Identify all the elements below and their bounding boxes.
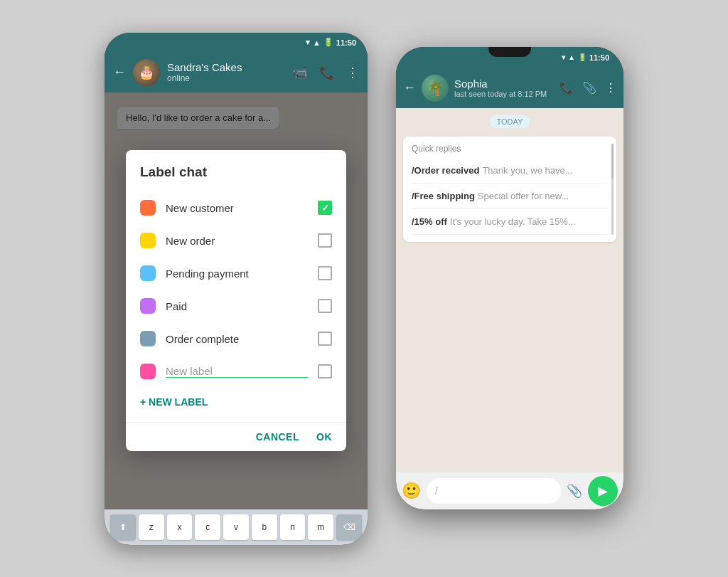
video-call-icon[interactable]: 📹 bbox=[292, 65, 308, 80]
send-icon: ▶ bbox=[598, 483, 608, 499]
reply-item-1[interactable]: /Free shipping Special offer for new... bbox=[412, 184, 608, 209]
signal-icon-right: ▲ bbox=[568, 53, 575, 61]
label-color-new-customer bbox=[140, 200, 156, 216]
label-item-paid[interactable]: Paid bbox=[126, 290, 346, 322]
new-label-input[interactable] bbox=[166, 365, 308, 378]
battery-icon: 🔋 bbox=[323, 38, 333, 47]
contact-status-left: online bbox=[167, 73, 285, 83]
back-arrow-icon[interactable]: ← bbox=[113, 65, 126, 80]
key-n[interactable]: n bbox=[280, 514, 306, 540]
chat-background-right: TODAY Quick replies /Order received Than… bbox=[396, 108, 623, 472]
notch bbox=[488, 47, 531, 57]
checkbox-pending-payment[interactable] bbox=[318, 266, 332, 280]
wifi-icon: ▾ bbox=[306, 38, 310, 47]
contact-avatar-right: 🌴 bbox=[422, 75, 449, 102]
label-color-new-order bbox=[140, 233, 156, 248]
checkbox-new-order[interactable] bbox=[318, 233, 332, 248]
label-name-new-order: New order bbox=[166, 235, 308, 247]
phone-icon-right[interactable]: 📞 bbox=[560, 81, 574, 95]
reply-preview-1: Special offer for new... bbox=[478, 191, 569, 201]
reply-item-2[interactable]: /15% off It's your lucky day. Take 15%..… bbox=[412, 209, 608, 235]
new-label-input-wrapper[interactable] bbox=[166, 365, 308, 378]
checkbox-new-customer[interactable] bbox=[318, 201, 332, 215]
label-name-pending-payment: Pending payment bbox=[166, 268, 308, 280]
reply-shortcut-0: /Order received bbox=[412, 165, 479, 176]
label-name-paid: Paid bbox=[166, 300, 308, 312]
scroll-indicator bbox=[611, 144, 614, 235]
chat-background-left: Hello, I'd like to order a cake for a...… bbox=[105, 92, 368, 509]
left-chat-header: ← 🎂 Sandra's Cakes online 📹 📞 ⋮ bbox=[105, 53, 368, 92]
key-v[interactable]: v bbox=[223, 514, 249, 540]
key-z[interactable]: z bbox=[139, 514, 164, 540]
today-label: TODAY bbox=[490, 115, 530, 128]
reply-shortcut-2: /15% off bbox=[412, 216, 447, 227]
wifi-icon-right: ▾ bbox=[562, 53, 565, 61]
slash-indicator: / bbox=[435, 485, 438, 497]
scroll-thumb bbox=[611, 144, 614, 179]
left-status-bar: ▾ ▲ 🔋 11:50 bbox=[105, 33, 368, 53]
contact-avatar-left: 🎂 bbox=[133, 59, 160, 86]
key-c[interactable]: c bbox=[195, 514, 220, 540]
header-icons-left: 📹 📞 ⋮ bbox=[292, 65, 359, 80]
key-icon-left[interactable]: ⬆ bbox=[110, 514, 136, 540]
label-chat-dialog: Label chat New customer New order bbox=[126, 150, 346, 451]
contact-name-right: Sophia bbox=[454, 78, 554, 90]
reply-shortcut-1: /Free shipping bbox=[412, 191, 475, 201]
input-bar-right: 🙂 / 📎 ▶ bbox=[396, 472, 623, 509]
key-backspace[interactable]: ⌫ bbox=[336, 514, 362, 540]
more-options-icon-right[interactable]: ⋮ bbox=[605, 81, 616, 95]
label-item-new-customer[interactable]: New customer bbox=[126, 191, 346, 224]
left-phone: ▾ ▲ 🔋 11:50 ← 🎂 Sandra's Cakes online 📹 … bbox=[105, 33, 368, 545]
contact-info-left: Sandra's Cakes online bbox=[167, 61, 285, 83]
paperclip-icon-right[interactable]: 📎 bbox=[582, 81, 596, 95]
message-input-right[interactable]: / bbox=[427, 478, 561, 504]
attach-icon[interactable]: 📎 bbox=[567, 483, 582, 499]
reply-item-0[interactable]: /Order received Thank you, we have... bbox=[412, 158, 608, 184]
label-item-pending-payment[interactable]: Pending payment bbox=[126, 257, 346, 290]
phone-icon[interactable]: 📞 bbox=[319, 65, 335, 80]
label-item-new[interactable] bbox=[126, 355, 346, 388]
keyboard-bar: ⬆ z x c v b n m ⌫ bbox=[105, 509, 368, 545]
dialog-title: Label chat bbox=[126, 164, 346, 191]
status-icons: ▾ ▲ 🔋 11:50 bbox=[306, 38, 356, 47]
checkbox-new-label[interactable] bbox=[318, 364, 332, 379]
signal-icon: ▲ bbox=[313, 38, 321, 47]
time-right: 11:50 bbox=[589, 53, 609, 62]
header-icons-right: 📞 📎 ⋮ bbox=[560, 81, 616, 95]
send-button-right[interactable]: ▶ bbox=[588, 476, 618, 506]
back-arrow-right[interactable]: ← bbox=[403, 80, 416, 95]
label-name-order-complete: Order complete bbox=[166, 333, 308, 345]
label-name-new-customer: New customer bbox=[166, 202, 308, 214]
last-seen-right: last seen today at 8:12 PM bbox=[454, 90, 554, 98]
key-x[interactable]: x bbox=[167, 514, 193, 540]
new-label-button[interactable]: + NEW LABEL bbox=[126, 388, 346, 416]
key-b[interactable]: b bbox=[252, 514, 277, 540]
dialog-actions: CANCEL OK bbox=[126, 422, 346, 451]
scene: ▾ ▲ 🔋 11:50 ← 🎂 Sandra's Cakes online 📹 … bbox=[0, 0, 728, 577]
label-item-new-order[interactable]: New order bbox=[126, 224, 346, 257]
quick-replies-box: Quick replies /Order received Thank you,… bbox=[403, 137, 616, 242]
ok-button[interactable]: OK bbox=[316, 431, 332, 443]
label-color-pending-payment bbox=[140, 265, 156, 281]
more-options-icon[interactable]: ⋮ bbox=[346, 65, 359, 80]
reply-preview-0: Thank you, we have... bbox=[482, 165, 572, 176]
modal-overlay: Label chat New customer New order bbox=[105, 92, 368, 509]
quick-replies-title: Quick replies bbox=[412, 144, 608, 154]
right-phone: ▾ ▲ 🔋 11:50 ← 🌴 Sophia last seen today a… bbox=[396, 47, 623, 509]
time-left: 11:50 bbox=[336, 38, 356, 47]
right-chat-header: ← 🌴 Sophia last seen today at 8:12 PM 📞 … bbox=[396, 68, 623, 108]
label-color-new bbox=[140, 364, 156, 379]
label-color-paid bbox=[140, 298, 156, 314]
right-status-bar: ▾ ▲ 🔋 11:50 bbox=[396, 47, 623, 68]
checkbox-order-complete[interactable] bbox=[318, 332, 332, 346]
reply-preview-2: It's your lucky day. Take 15%... bbox=[450, 216, 576, 227]
battery-icon-right: 🔋 bbox=[578, 53, 587, 61]
label-item-order-complete[interactable]: Order complete bbox=[126, 322, 346, 355]
emoji-icon[interactable]: 🙂 bbox=[402, 482, 421, 500]
cancel-button[interactable]: CANCEL bbox=[256, 431, 299, 443]
right-chat-area: TODAY Quick replies /Order received Than… bbox=[396, 108, 623, 472]
checkbox-paid[interactable] bbox=[318, 299, 332, 313]
key-m[interactable]: m bbox=[308, 514, 333, 540]
contact-name-left: Sandra's Cakes bbox=[167, 61, 285, 73]
contact-info-right: Sophia last seen today at 8:12 PM bbox=[454, 78, 554, 98]
